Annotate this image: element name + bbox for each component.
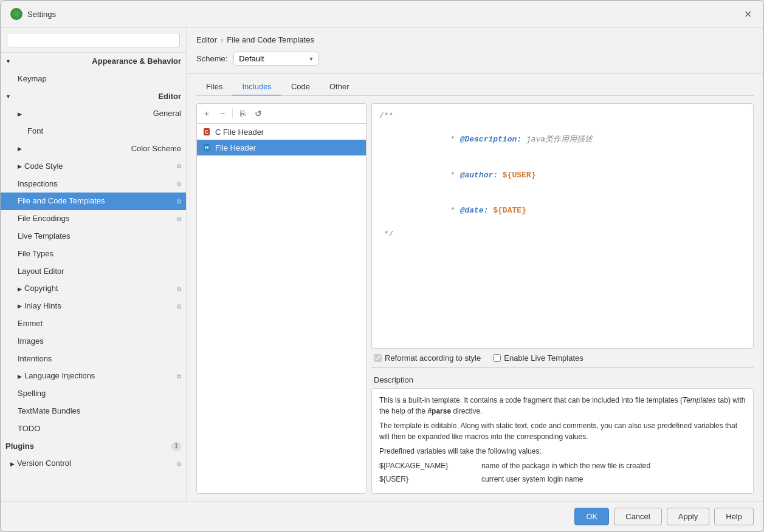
- settings-dialog: Settings ✕ ▼ Appearance & Behavior Keyma…: [0, 0, 764, 532]
- sidebar-label: Images: [18, 335, 44, 348]
- sidebar-item-file-code-templates[interactable]: File and Code Templates ⧉: [1, 193, 186, 210]
- sidebar-label: Inlay Hints: [24, 300, 61, 313]
- code-editor[interactable]: /** * @Description: java类作用用描述 * @author…: [371, 103, 754, 349]
- sidebar-item-intentions[interactable]: Intentions: [1, 350, 186, 368]
- sidebar-label: Color Scheme: [131, 143, 181, 155]
- sidebar-label: Spelling: [18, 387, 46, 400]
- sidebar-item-emmet[interactable]: Emmet: [1, 315, 186, 333]
- tabs-row: Files Includes Code Other: [187, 73, 763, 95]
- reset-button[interactable]: ↺: [251, 106, 266, 121]
- scheme-select-wrapper: Default Project: [233, 52, 318, 66]
- reformat-option[interactable]: Reformat according to style: [374, 353, 481, 363]
- copy-icon: ⧉: [177, 162, 181, 171]
- template-list: C C File Header H File Header: [196, 123, 367, 494]
- reformat-label: Reformat according to style: [385, 353, 481, 363]
- code-line-2: * @Description: java类作用用描述: [379, 122, 746, 158]
- sidebar-label: Appearance & Behavior: [92, 55, 181, 68]
- c-file-icon: C: [202, 127, 212, 137]
- tab-other[interactable]: Other: [320, 78, 359, 96]
- sidebar-label: Keymap: [18, 73, 47, 86]
- help-button[interactable]: Help: [714, 508, 754, 525]
- sidebar-item-language-injections[interactable]: ▶ Language Injections ⧉: [1, 367, 186, 385]
- sidebar-item-file-encodings[interactable]: File Encodings ⧉: [1, 210, 186, 228]
- description-text-2: The template is editable. Along with sta…: [379, 420, 746, 442]
- app-icon: [10, 8, 22, 20]
- tab-files[interactable]: Files: [196, 78, 232, 96]
- sidebar-item-editor[interactable]: ▼ Editor: [1, 88, 186, 106]
- template-item-file-header[interactable]: H File Header: [197, 140, 366, 155]
- breadcrumb-parent: Editor: [196, 35, 217, 44]
- sidebar-item-version-control[interactable]: ▶ Version Control ⧉: [1, 455, 186, 472]
- apply-button[interactable]: Apply: [667, 508, 710, 525]
- search-box: [1, 28, 186, 53]
- sidebar-item-keymap[interactable]: Keymap: [1, 70, 186, 88]
- sidebar-item-textmate[interactable]: TextMate Bundles: [1, 403, 186, 420]
- sidebar-item-file-types[interactable]: File Types: [1, 245, 186, 263]
- var-row-package: ${PACKAGE_NAME} name of the package in w…: [379, 460, 746, 471]
- sidebar-item-images[interactable]: Images: [1, 333, 186, 350]
- copy-button[interactable]: ⎘: [235, 106, 250, 121]
- template-item-label: C File Header: [215, 128, 264, 137]
- description-predefined-label: Predefined variables will take the follo…: [379, 446, 746, 457]
- content-area: ▼ Appearance & Behavior Keymap ▼ Editor …: [1, 28, 763, 501]
- copy-icon: ⧉: [177, 214, 181, 224]
- scheme-select[interactable]: Default Project: [233, 52, 318, 66]
- sidebar-label: Plugins: [5, 440, 34, 453]
- split-area: + − ⎘ ↺ C C File Header: [187, 96, 763, 501]
- sidebar-item-todo[interactable]: TODO: [1, 420, 186, 438]
- sidebar-item-layout-editor[interactable]: Layout Editor: [1, 263, 186, 281]
- sidebar-item-plugins[interactable]: Plugins 1: [1, 438, 186, 455]
- description-box: This is a built-in template. It contains…: [371, 388, 754, 494]
- var-row-user: ${USER} current user system login name: [379, 474, 746, 485]
- breadcrumb-separator: ›: [221, 35, 223, 44]
- sidebar: ▼ Appearance & Behavior Keymap ▼ Editor …: [1, 28, 187, 501]
- template-item-c-file-header[interactable]: C C File Header: [197, 124, 366, 140]
- collapse-arrow: ▶: [18, 145, 22, 153]
- title-bar-left: Settings: [10, 8, 56, 20]
- copy-icon: ⧉: [177, 284, 181, 294]
- add-button[interactable]: +: [199, 106, 214, 121]
- left-panel: + − ⎘ ↺ C C File Header: [196, 103, 367, 494]
- title-bar: Settings ✕: [1, 1, 763, 28]
- search-input[interactable]: [7, 33, 180, 47]
- sidebar-label: Version Control: [17, 457, 71, 470]
- copy-icon: ⧉: [177, 179, 181, 189]
- sidebar-item-color-scheme[interactable]: ▶ Color Scheme: [1, 140, 186, 158]
- sidebar-item-general[interactable]: ▶ General: [1, 105, 186, 123]
- sidebar-label: File and Code Templates: [18, 195, 105, 208]
- sidebar-item-live-templates[interactable]: Live Templates: [1, 228, 186, 245]
- cancel-button[interactable]: Cancel: [614, 508, 661, 525]
- description-title: Description: [371, 373, 754, 388]
- sidebar-item-appearance[interactable]: ▼ Appearance & Behavior: [1, 53, 186, 70]
- sidebar-label: Live Templates: [18, 230, 70, 243]
- sidebar-item-font[interactable]: Font: [1, 123, 186, 140]
- close-button[interactable]: ✕: [742, 8, 754, 20]
- header-file-icon: H: [202, 143, 212, 152]
- live-templates-checkbox[interactable]: [493, 354, 501, 362]
- tab-includes[interactable]: Includes: [232, 78, 281, 96]
- copy-icon: ⧉: [177, 372, 181, 381]
- ok-button[interactable]: OK: [574, 508, 609, 525]
- collapse-arrow: ▶: [18, 162, 22, 171]
- sidebar-label: TODO: [18, 423, 40, 435]
- sidebar-label: Code Style: [24, 160, 63, 173]
- dialog-title: Settings: [27, 10, 56, 19]
- sidebar-item-spelling[interactable]: Spelling: [1, 385, 186, 403]
- sidebar-label: General: [153, 107, 181, 120]
- sidebar-item-copyright[interactable]: ▶ Copyright ⧉: [1, 280, 186, 298]
- code-line-5: */: [379, 228, 746, 240]
- sidebar-item-inspections[interactable]: Inspections ⧉: [1, 176, 186, 193]
- description-text: This is a built-in template. It contains…: [379, 395, 746, 417]
- copy-icon: ⧉: [177, 459, 181, 469]
- var-table: ${PACKAGE_NAME} name of the package in w…: [379, 460, 746, 485]
- main-panel: Editor › File and Code Templates Scheme:…: [187, 28, 763, 501]
- live-templates-option[interactable]: Enable Live Templates: [493, 353, 583, 363]
- tab-code[interactable]: Code: [281, 78, 320, 96]
- reformat-checkbox[interactable]: [374, 354, 382, 362]
- sidebar-item-inlay-hints[interactable]: ▶ Inlay Hints ⧉: [1, 298, 186, 315]
- sidebar-item-code-style[interactable]: ▶ Code Style ⧉: [1, 158, 186, 176]
- remove-button[interactable]: −: [215, 106, 230, 121]
- scheme-label: Scheme:: [196, 54, 227, 63]
- collapse-arrow: ▶: [18, 285, 22, 293]
- code-line-4: * @date: ${DATE}: [379, 193, 746, 229]
